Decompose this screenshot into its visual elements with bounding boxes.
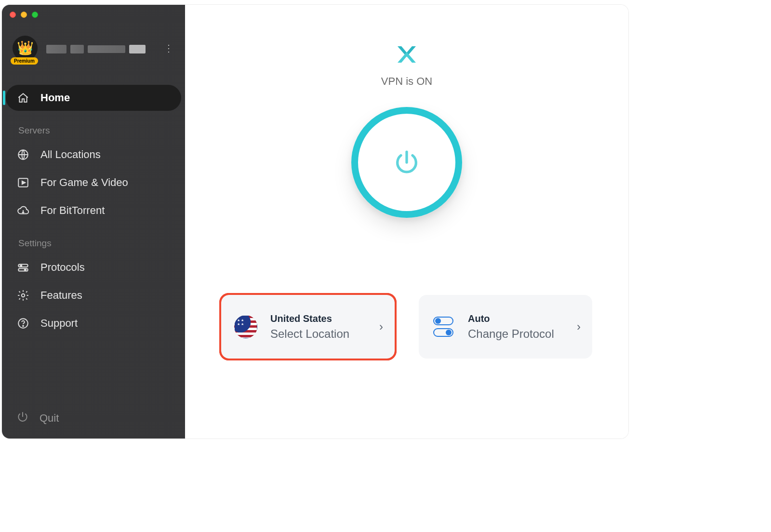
chevron-right-icon: › bbox=[379, 320, 383, 333]
window-controls bbox=[10, 12, 38, 18]
sidebar-item-label: All Locations bbox=[40, 148, 101, 161]
sidebar-item-game-video[interactable]: For Game & Video bbox=[6, 170, 181, 196]
cloud-download-icon bbox=[16, 204, 30, 217]
sidebar-item-home[interactable]: Home bbox=[6, 85, 181, 111]
power-icon bbox=[351, 107, 462, 218]
select-location-card[interactable]: United States Select Location › bbox=[221, 295, 395, 359]
sidebar-item-all-locations[interactable]: All Locations bbox=[6, 142, 181, 168]
app-logo-icon bbox=[395, 42, 419, 66]
main-panel: VPN is ON United States Select Location bbox=[185, 5, 628, 439]
account-name-redacted bbox=[46, 39, 147, 60]
vpn-status-text: VPN is ON bbox=[381, 75, 432, 88]
gear-icon bbox=[16, 289, 30, 302]
location-card-title: United States bbox=[270, 313, 368, 324]
protocol-card-title: Auto bbox=[468, 313, 565, 324]
play-box-icon bbox=[16, 176, 30, 189]
quit-label: Quit bbox=[40, 412, 59, 425]
minimize-window-button[interactable] bbox=[21, 12, 27, 18]
vpn-toggle-button[interactable] bbox=[351, 107, 462, 218]
sidebar-item-label: For BitTorrent bbox=[40, 204, 105, 217]
maximize-window-button[interactable] bbox=[32, 12, 38, 18]
location-card-subtitle: Select Location bbox=[270, 327, 368, 341]
power-icon bbox=[16, 411, 29, 426]
quit-button[interactable]: Quit bbox=[2, 401, 185, 439]
sidebar-section-settings: Settings bbox=[6, 238, 181, 253]
app-window: 👑 Premium ⋮ Home Servers bbox=[2, 5, 628, 439]
protocol-card-subtitle: Change Protocol bbox=[468, 327, 565, 341]
sidebar-item-features[interactable]: Features bbox=[6, 282, 181, 308]
close-window-button[interactable] bbox=[10, 12, 16, 18]
home-icon bbox=[16, 92, 30, 104]
flag-us-icon bbox=[233, 314, 259, 340]
sidebar-item-label: For Game & Video bbox=[40, 176, 128, 189]
sidebar-item-bittorrent[interactable]: For BitTorrent bbox=[6, 198, 181, 224]
account-header: 👑 Premium ⋮ bbox=[2, 36, 185, 63]
avatar[interactable]: 👑 Premium bbox=[13, 36, 40, 63]
globe-icon bbox=[16, 148, 30, 161]
sidebar-item-protocols[interactable]: Protocols bbox=[6, 254, 181, 280]
toggle-stack-icon bbox=[430, 314, 456, 340]
chevron-right-icon: › bbox=[577, 320, 581, 333]
sidebar-nav: Home Servers All Locations For Game & Vi… bbox=[2, 85, 185, 401]
sidebar-item-support[interactable]: Support bbox=[6, 310, 181, 336]
help-icon bbox=[16, 317, 30, 330]
svg-point-8 bbox=[23, 325, 24, 326]
svg-point-6 bbox=[22, 294, 25, 297]
premium-badge: Premium bbox=[11, 57, 38, 65]
bottom-cards: United States Select Location › Auto Cha… bbox=[221, 295, 592, 359]
svg-point-5 bbox=[25, 269, 26, 270]
sliders-icon bbox=[16, 261, 30, 274]
sidebar-section-servers: Servers bbox=[6, 125, 181, 140]
account-menu-icon[interactable]: ⋮ bbox=[164, 42, 173, 54]
sidebar-item-label: Home bbox=[40, 92, 70, 104]
sidebar-item-label: Features bbox=[40, 289, 82, 302]
svg-point-4 bbox=[20, 265, 22, 266]
sidebar: 👑 Premium ⋮ Home Servers bbox=[2, 5, 185, 439]
change-protocol-card[interactable]: Auto Change Protocol › bbox=[419, 295, 592, 359]
sidebar-item-label: Support bbox=[40, 317, 78, 330]
sidebar-item-label: Protocols bbox=[40, 261, 85, 274]
crown-icon: 👑 bbox=[17, 41, 34, 55]
